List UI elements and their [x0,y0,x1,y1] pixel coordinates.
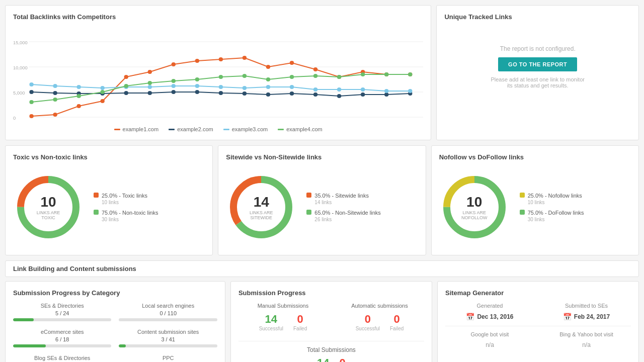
svg-text:5,000: 5,000 [13,90,25,96]
svg-point-40 [384,93,388,97]
svg-point-38 [337,94,341,98]
nofollow-dot-1 [520,193,525,198]
not-configured-text: The report is not configured. [500,45,576,52]
svg-point-33 [219,91,223,95]
progress-bar-fill-3 [119,344,126,347]
svg-point-74 [384,72,388,76]
sitewide-legend: 35.0% - Sitewide links 14 links 65.0% - … [306,192,380,223]
sitemap-divider [445,326,631,326]
svg-point-62 [101,90,105,94]
svg-point-50 [219,85,223,89]
sitewide-center: 14 LINKS ARE SITEWIDE [244,194,279,220]
svg-point-63 [124,84,128,88]
svg-point-19 [290,61,294,65]
progress-bar-fill-2 [13,344,46,347]
legend-item-4: example4.com [278,126,323,132]
sitewide-legend-2: 65.0% - Non-Sitewide links 26 links [306,209,380,222]
nofollow-center: 10 LINKS ARE NOFOLLOW [457,194,492,220]
unique-links-content: The report is not configured. GO TO THE … [444,27,631,107]
toxic-legend: 25.0% - Toxic links 10 links 75.0% - Non… [94,192,158,223]
sitemap-generated-date: 📅 Dec 13, 2016 [445,313,534,321]
svg-point-53 [290,85,294,89]
calendar-icon-2: 📅 [563,313,572,321]
svg-point-52 [266,85,270,89]
svg-point-58 [408,89,412,93]
svg-point-73 [361,72,365,76]
please-add-text: Please add at least one link to monitor … [488,76,588,88]
svg-point-8 [29,114,33,118]
svg-point-54 [313,87,317,92]
backlinks-card: Total Backlinks with Competitors 0 5,000… [5,5,431,140]
svg-point-71 [313,74,317,78]
svg-point-13 [148,70,152,74]
svg-point-39 [361,93,365,97]
svg-point-69 [266,77,270,81]
sitemap-title: Sitemap Generator [445,289,631,297]
svg-point-45 [101,86,105,90]
svg-point-43 [53,84,57,88]
sitemap-bing-bot: Bing & Yahoo bot visit n/a [542,331,631,348]
svg-point-32 [195,90,199,94]
svg-text:15,000: 15,000 [13,40,28,45]
category-item-4: Blog SEs & Directories 0 / 19 [13,355,111,362]
svg-point-17 [243,56,247,60]
sitewide-donut-wrapper: 14 LINKS ARE SITEWIDE 35.0% - Sitewide l… [226,167,418,247]
svg-point-26 [53,91,57,95]
progress-bar-bg-3 [119,344,217,347]
svg-point-67 [219,75,223,79]
svg-point-11 [101,99,105,103]
automatic-col: Automatic submissions 0 Successful 0 Fai… [335,303,424,333]
nofollow-title: Nofollow vs DoFollow links [439,153,631,161]
submission-category-card: Submission Progress by Category SEs & Di… [5,281,225,362]
svg-point-30 [148,91,152,95]
manual-successful: 14 Successful [259,313,283,331]
toxic-donut-wrapper: 10 LINKS ARE TOXIC 25.0% - Toxic links 1… [13,167,205,247]
svg-point-48 [172,84,176,88]
sitemap-card: Sitemap Generator Generated 📅 Dec 13, 20… [437,281,639,362]
svg-point-35 [266,93,270,97]
auto-successful: 0 Successful [356,313,380,331]
svg-point-59 [29,100,33,104]
submission-category-title: Submission Progress by Category [13,289,217,297]
svg-point-9 [53,113,57,117]
svg-point-42 [29,82,33,86]
svg-point-72 [337,75,341,79]
go-to-report-button[interactable]: GO TO THE REPORT [498,57,577,71]
sitewide-dot-2 [306,210,311,215]
nofollow-legend-1: 25.0% - Nofollow links 10 links [520,192,584,205]
category-item-1: Local search engines 0 / 110 [119,303,217,321]
sitewide-dot-1 [306,193,311,198]
donut-row: Toxic vs Non-toxic links 10 LINKS ARE TO… [5,145,639,255]
backlinks-legend: example1.com example2.com example3.com e… [13,126,423,132]
svg-point-75 [408,72,412,76]
svg-point-57 [384,89,388,93]
category-item-2: eCommerce sites 6 / 18 [13,329,111,347]
svg-point-31 [172,90,176,94]
sitemap-generated: Generated 📅 Dec 13, 2016 [445,303,534,321]
auto-failed: 0 Failed [390,313,404,331]
submission-grid: Manual Submissions 14 Successful 0 Faile… [238,303,424,333]
svg-point-16 [219,57,223,61]
svg-point-65 [172,79,176,83]
link-building-section-title: Link Building and Content submissions [5,260,639,277]
manual-col: Manual Submissions 14 Successful 0 Faile… [238,303,328,333]
toxic-title: Toxic vs Non-toxic links [13,153,205,161]
manual-failed: 0 Failed [293,313,307,331]
svg-point-20 [313,67,317,71]
top-row: Total Backlinks with Competitors 0 5,000… [5,5,639,140]
sitewide-legend-1: 35.0% - Sitewide links 14 links [306,192,380,205]
submission-progress-title: Submission Progress [238,289,424,297]
unique-links-card: Unique Tracked Links The report is not c… [436,5,639,140]
progress-bar-bg-1 [119,318,217,321]
category-item-0: SEs & Directories 5 / 24 [13,303,111,321]
sitemap-bot-grid: Google bot visit n/a Bing & Yahoo bot vi… [445,331,631,348]
legend-item-1: example1.com [114,126,159,132]
svg-point-61 [76,94,80,98]
svg-point-36 [290,92,294,96]
total-numbers: 14 0 [238,356,424,362]
svg-point-18 [266,65,270,69]
progress-bar-bg-2 [13,344,111,347]
svg-point-49 [195,84,199,88]
svg-point-37 [313,93,317,97]
svg-point-56 [361,87,365,92]
